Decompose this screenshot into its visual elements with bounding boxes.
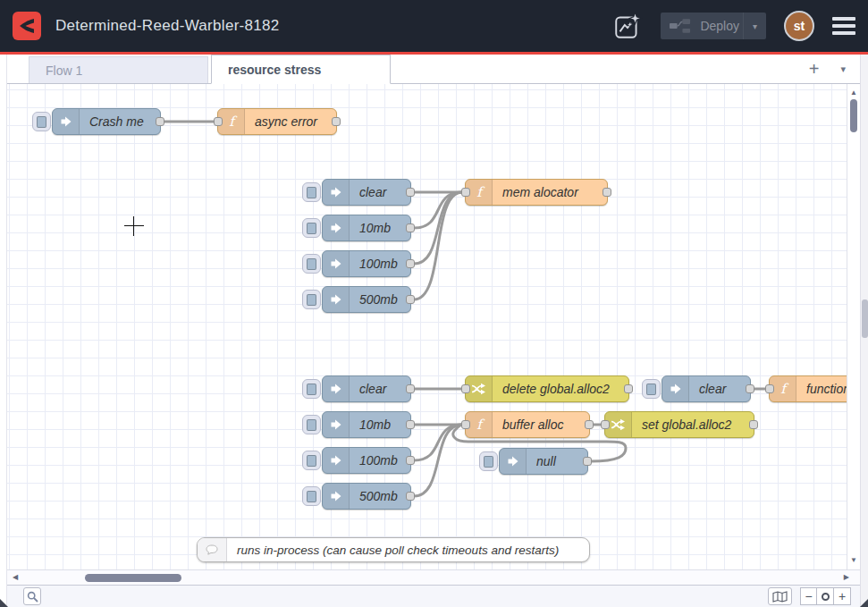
node-10mb-2[interactable]: 10mb xyxy=(322,411,411,438)
inject-icon xyxy=(662,376,689,401)
node-buffer-alloc[interactable]: fbuffer alloc xyxy=(465,411,590,438)
inject-icon xyxy=(323,251,350,276)
flow-list-button[interactable]: ▾ xyxy=(840,64,846,74)
inject-button[interactable] xyxy=(479,451,498,471)
output-port[interactable] xyxy=(156,117,164,126)
inject-icon xyxy=(323,412,350,437)
node-500mb-1[interactable]: 500mb xyxy=(322,286,411,313)
output-port[interactable] xyxy=(406,420,415,429)
node-function-partial[interactable]: ffunction xyxy=(769,375,847,402)
input-port[interactable] xyxy=(601,420,610,429)
node-delete-global-alloc2[interactable]: delete global.alloc2 xyxy=(465,375,629,402)
search-button[interactable] xyxy=(23,587,41,605)
output-port[interactable] xyxy=(585,420,594,429)
node-crash-me[interactable]: Crash me xyxy=(52,108,161,135)
resize-handle-left-icon[interactable] xyxy=(0,599,8,607)
map-icon xyxy=(772,591,788,603)
palette-rail xyxy=(0,55,7,607)
workspace: Flow 1 resource stress + ▾ Crash mefasyn… xyxy=(0,55,868,607)
horizontal-scrollbar-thumb[interactable] xyxy=(85,574,181,582)
scroll-up-icon[interactable]: ▲ xyxy=(847,89,860,97)
node-label: Crash me xyxy=(80,109,160,134)
input-port[interactable] xyxy=(461,384,470,393)
inject-button[interactable] xyxy=(302,415,321,434)
inject-button[interactable] xyxy=(302,379,321,399)
inject-button[interactable] xyxy=(302,218,321,238)
zoom-out-button[interactable]: − xyxy=(800,587,817,605)
output-port[interactable] xyxy=(332,117,341,126)
horizontal-scrollbar[interactable]: ◀ ▶ xyxy=(7,569,860,585)
hamburger-menu-icon[interactable] xyxy=(832,13,855,38)
output-port[interactable] xyxy=(746,384,754,393)
deploy-caret-icon[interactable]: ▾ xyxy=(743,13,766,39)
node-100mb-2[interactable]: 100mb xyxy=(322,447,411,474)
output-port[interactable] xyxy=(406,223,415,232)
zoom-reset-button[interactable] xyxy=(817,587,834,605)
node-clear-2[interactable]: clear xyxy=(322,375,411,402)
flow-canvas[interactable]: Crash mefasync errorclear10mb100mb500mbf… xyxy=(7,84,847,569)
inject-button[interactable] xyxy=(32,112,51,131)
window-scrollbar[interactable] xyxy=(860,55,868,607)
output-port[interactable] xyxy=(406,384,415,393)
deploy-button[interactable]: Deploy ▾ xyxy=(661,13,766,39)
inject-button[interactable] xyxy=(302,486,321,506)
output-port[interactable] xyxy=(624,384,633,393)
inject-button[interactable] xyxy=(302,254,321,274)
inject-icon xyxy=(53,109,80,134)
vertical-scrollbar-thumb[interactable] xyxy=(850,99,857,132)
scroll-left-icon[interactable]: ◀ xyxy=(13,574,18,581)
tab-resource-stress[interactable]: resource stress xyxy=(211,55,391,84)
inject-button[interactable] xyxy=(302,182,321,202)
inject-button[interactable] xyxy=(642,379,661,399)
inject-icon xyxy=(323,448,350,473)
resize-handle-right-icon[interactable] xyxy=(860,599,868,607)
node-100mb-1[interactable]: 100mb xyxy=(322,250,411,277)
node-label: 500mb xyxy=(350,287,410,312)
node-label: 100mb xyxy=(350,251,410,276)
svg-text:f: f xyxy=(780,382,789,396)
output-port[interactable] xyxy=(603,188,611,197)
input-port[interactable] xyxy=(765,384,774,393)
inject-icon xyxy=(323,215,350,240)
node-clear-1[interactable]: clear xyxy=(322,179,411,206)
navigator-toggle-button[interactable] xyxy=(768,587,792,605)
node-label: 100mb xyxy=(350,448,410,473)
node-async-error[interactable]: fasync error xyxy=(217,108,337,135)
scroll-down-icon[interactable]: ▼ xyxy=(847,557,860,564)
input-port[interactable] xyxy=(461,420,470,429)
node-mem-alocator[interactable]: fmem alocator xyxy=(465,179,608,206)
flowfuse-logo-icon[interactable] xyxy=(13,12,41,40)
output-port[interactable] xyxy=(406,295,415,304)
output-port[interactable] xyxy=(406,456,415,465)
output-port[interactable] xyxy=(406,259,415,268)
input-port[interactable] xyxy=(461,188,470,197)
output-port[interactable] xyxy=(749,420,758,429)
add-flow-button[interactable]: + xyxy=(809,60,820,78)
svg-text:f: f xyxy=(229,114,238,129)
node-500mb-2[interactable]: 500mb xyxy=(322,483,411,510)
scroll-right-icon[interactable]: ▶ xyxy=(844,574,849,581)
flow-tab-bar: Flow 1 resource stress + ▾ xyxy=(7,55,860,84)
window-scrollbar-thumb[interactable] xyxy=(862,299,868,338)
svg-text:f: f xyxy=(476,185,485,199)
output-port[interactable] xyxy=(406,188,415,197)
wire-layer xyxy=(7,84,847,569)
inject-button[interactable] xyxy=(302,290,321,309)
inject-button[interactable] xyxy=(302,451,321,470)
tab-flow-1[interactable]: Flow 1 xyxy=(29,56,208,83)
input-port[interactable] xyxy=(214,117,223,126)
deploy-label: Deploy xyxy=(700,19,739,33)
node-null-inject[interactable]: null xyxy=(499,448,588,475)
node-set-global-alloc2[interactable]: set global.alloc2 xyxy=(604,411,754,438)
user-avatar[interactable]: st xyxy=(784,11,814,41)
canvas-row: Crash mefasync errorclear10mb100mb500mbf… xyxy=(7,84,860,569)
node-comment[interactable]: runs in-process (can cause poll check ti… xyxy=(197,537,590,562)
output-port[interactable] xyxy=(406,492,415,501)
node-label: 10mb xyxy=(350,412,410,437)
ai-assistant-icon[interactable] xyxy=(612,11,643,41)
node-clear-3[interactable]: clear xyxy=(662,375,751,402)
node-10mb-1[interactable]: 10mb xyxy=(322,215,411,241)
output-port[interactable] xyxy=(583,457,592,466)
vertical-scrollbar[interactable]: ▲ ▼ xyxy=(847,84,860,569)
zoom-in-button[interactable]: + xyxy=(834,587,851,605)
